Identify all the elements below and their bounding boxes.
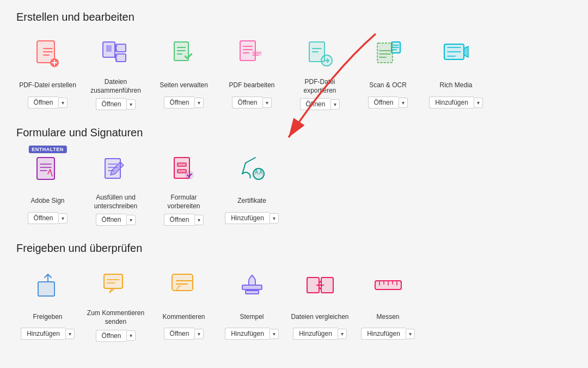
tool-rich-media: Rich Media Hinzufügen ▾ (425, 34, 487, 110)
add-btn-zertifikate[interactable]: Hinzufügen (225, 212, 270, 224)
dropdown-btn-scan-ocr[interactable]: ▾ (399, 98, 408, 108)
edit-icon (237, 39, 267, 69)
open-btn-pdf-erstellen[interactable]: Öffnen (28, 96, 59, 108)
tool-pdf-exportieren: PDF-Datei exportieren Öffnen ▾ (289, 34, 351, 110)
tool-label-kommentieren-senden: Zum Kommentieren senden (87, 309, 144, 326)
tool-label-dateien-zusammen: Dateien zusammenführen (90, 78, 141, 95)
btn-group-zertifikate: Hinzufügen ▾ (225, 212, 279, 224)
dropdown-btn-pdf-erstellen[interactable]: ▾ (58, 98, 68, 108)
open-btn-kommentieren-senden[interactable]: Öffnen (96, 330, 127, 342)
tool-label-adobe-sign: Adobe Sign (30, 194, 64, 209)
section-title-formulare: Formulare und Signaturen (16, 126, 572, 139)
share-icon (33, 270, 63, 300)
add-btn-stempel[interactable]: Hinzufügen (225, 328, 270, 340)
btn-group-seiten-verwalten: Öffnen ▾ (164, 96, 204, 108)
open-btn-dateien-zusammen[interactable]: Öffnen (96, 98, 127, 110)
tool-icon-dateien-vergleichen (301, 266, 340, 305)
tool-icon-messen (369, 266, 408, 305)
open-btn-adobe-sign[interactable]: Öffnen (28, 212, 59, 224)
tools-grid-formulare: ENTHALTEN Adobe Sign Öffnen ▾ (16, 150, 572, 226)
dropdown-btn-dateien-vergleichen[interactable]: ▾ (338, 329, 347, 339)
dropdown-btn-kommentieren[interactable]: ▾ (194, 329, 204, 339)
dropdown-btn-kommentieren-senden[interactable]: ▾ (126, 330, 136, 341)
tool-icon-formular-vorbereiten (164, 150, 204, 189)
svg-rect-31 (177, 163, 186, 166)
tool-messen: Messen Hinzufügen ▾ (357, 266, 419, 341)
btn-group-pdf-exportieren: Öffnen ▾ (300, 98, 340, 110)
tool-label-pdf-bearbeiten: PDF bearbeiten (229, 78, 274, 93)
dropdown-btn-adobe-sign[interactable]: ▾ (58, 213, 68, 224)
tool-formular-vorbereiten: Formular vorbereiten Öffnen ▾ (152, 150, 215, 226)
open-btn-seiten-verwalten[interactable]: Öffnen (164, 96, 195, 108)
stamp-icon (237, 270, 267, 300)
tool-kommentieren-senden: Zum Kommentieren senden Öffnen ▾ (84, 266, 147, 341)
dropdown-btn-messen[interactable]: ▾ (406, 329, 415, 339)
open-btn-pdf-bearbeiten[interactable]: Öffnen (232, 96, 263, 108)
dropdown-btn-pdf-exportieren[interactable]: ▾ (330, 99, 340, 110)
measure-icon (373, 270, 403, 300)
tool-label-ausfuellen: Ausfüllen und unterschreiben (94, 194, 137, 210)
svg-rect-41 (104, 274, 122, 288)
dropdown-btn-pdf-bearbeiten[interactable]: ▾ (262, 98, 272, 108)
dropdown-btn-zertifikate[interactable]: ▾ (270, 213, 279, 224)
open-btn-scan-ocr[interactable]: Öffnen (368, 96, 399, 108)
svg-point-35 (185, 171, 194, 179)
tool-seiten-verwalten: Seiten verwalten Öffnen ▾ (152, 34, 215, 110)
tool-label-freigeben: Freigeben (33, 309, 62, 324)
tool-zertifikate: Zertifikate Hinzufügen ▾ (220, 150, 283, 226)
btn-group-scan-ocr: Öffnen ▾ (368, 96, 408, 108)
dropdown-btn-stempel[interactable]: ▾ (270, 329, 279, 339)
svg-rect-6 (116, 44, 126, 52)
tool-label-rich-media: Rich Media (439, 78, 472, 93)
svg-rect-25 (37, 158, 54, 179)
tool-icon-ausfuellen (96, 150, 136, 189)
tool-label-formular-vorbereiten: Formular vorbereiten (167, 194, 200, 210)
merge-icon (101, 39, 131, 69)
btn-group-stempel: Hinzufügen ▾ (225, 328, 279, 340)
adobe-sign-icon (33, 154, 63, 185)
tool-dateien-zusammen: Dateien zusammenführen Öffnen ▾ (84, 34, 147, 110)
video-icon (441, 39, 471, 69)
export-icon (305, 39, 335, 69)
add-btn-messen[interactable]: Hinzufügen (361, 328, 406, 340)
add-btn-freigeben[interactable]: Hinzufügen (21, 328, 65, 340)
svg-rect-45 (242, 285, 262, 289)
add-btn-rich-media[interactable]: Hinzufügen (429, 96, 474, 108)
tool-icon-dateien-zusammen (96, 34, 136, 74)
pdf-create-icon (33, 39, 63, 69)
section-title-freigeben: Freigeben und überprüfen (16, 242, 572, 255)
tool-pdf-erstellen: PDF-Datei erstellen Öffnen ▾ (16, 34, 79, 110)
tool-label-zertifikate: Zertifikate (237, 194, 266, 209)
dropdown-btn-rich-media[interactable]: ▾ (474, 98, 483, 108)
tool-label-stempel: Stempel (240, 309, 264, 324)
dropdown-btn-freigeben[interactable]: ▾ (65, 329, 75, 339)
tool-icon-adobe-sign: ENTHALTEN (28, 150, 68, 189)
dropdown-btn-formular-vorbereiten[interactable]: ▾ (194, 215, 204, 225)
tool-label-seiten-verwalten: Seiten verwalten (160, 78, 208, 93)
open-btn-pdf-exportieren[interactable]: Öffnen (300, 98, 331, 110)
btn-group-dateien-zusammen: Öffnen ▾ (96, 98, 136, 110)
send-comment-icon (101, 270, 131, 300)
tool-icon-freigeben (28, 266, 68, 305)
certificates-icon (237, 154, 267, 185)
open-btn-ausfuellen[interactable]: Öffnen (96, 214, 127, 226)
dropdown-btn-seiten-verwalten[interactable]: ▾ (194, 98, 204, 108)
dropdown-btn-ausfuellen[interactable]: ▾ (126, 215, 136, 225)
btn-group-freigeben: Hinzufügen ▾ (21, 328, 75, 340)
open-btn-kommentieren[interactable]: Öffnen (164, 328, 195, 340)
btn-group-adobe-sign: Öffnen ▾ (28, 212, 68, 224)
pages-icon (169, 39, 199, 69)
tool-label-pdf-exportieren: PDF-Datei exportieren (303, 78, 336, 95)
tool-label-kommentieren: Kommentieren (162, 309, 205, 324)
svg-rect-8 (116, 54, 126, 62)
tool-icon-scan-ocr (369, 34, 408, 74)
tool-icon-pdf-exportieren (301, 34, 340, 74)
tool-scan-ocr: Scan & OCR Öffnen ▾ (357, 34, 419, 110)
tool-label-messen: Messen (376, 309, 399, 324)
add-btn-dateien-vergleichen[interactable]: Hinzufügen (293, 328, 338, 340)
tool-label-scan-ocr: Scan & OCR (369, 78, 407, 93)
btn-group-rich-media: Hinzufügen ▾ (429, 96, 483, 108)
dropdown-btn-dateien-zusammen[interactable]: ▾ (126, 99, 136, 110)
btn-group-kommentieren: Öffnen ▾ (164, 328, 204, 340)
open-btn-formular-vorbereiten[interactable]: Öffnen (164, 214, 195, 226)
